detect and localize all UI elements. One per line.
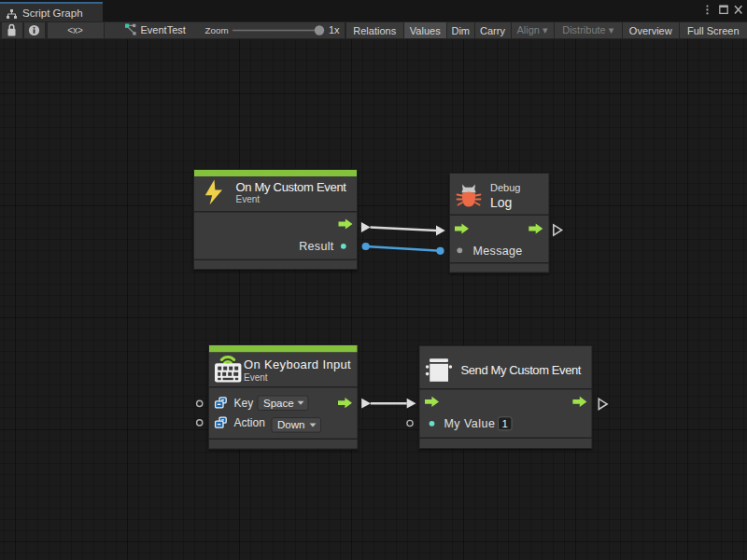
svg-text:EventTest: EventTest bbox=[141, 24, 186, 35]
svg-text:My Value: My Value bbox=[444, 417, 496, 430]
svg-text:Event: Event bbox=[244, 372, 268, 383]
svg-text:Action: Action bbox=[234, 416, 265, 429]
svg-text:On Keyboard Input: On Keyboard Input bbox=[244, 357, 351, 371]
svg-text:Send My Custom Event: Send My Custom Event bbox=[461, 363, 582, 377]
svg-text:Zoom: Zoom bbox=[205, 25, 229, 35]
svg-text:Debug: Debug bbox=[490, 182, 520, 193]
svg-text:Message: Message bbox=[473, 245, 523, 258]
svg-text:Event: Event bbox=[236, 194, 261, 204]
svg-text:Down: Down bbox=[277, 419, 304, 430]
svg-text:Space: Space bbox=[263, 398, 294, 409]
svg-text:1x: 1x bbox=[329, 24, 340, 35]
svg-text:Key: Key bbox=[234, 397, 254, 410]
svg-text:Log: Log bbox=[490, 195, 512, 210]
svg-text:1: 1 bbox=[501, 418, 507, 429]
svg-text:Result: Result bbox=[299, 240, 333, 253]
svg-text:On My Custom Event: On My Custom Event bbox=[236, 180, 347, 194]
